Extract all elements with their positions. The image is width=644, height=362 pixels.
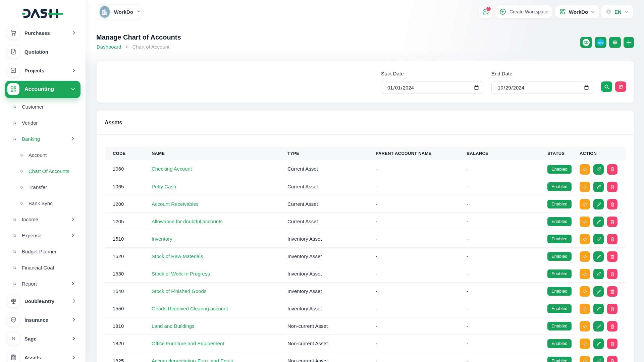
svg-text:xero: xero	[598, 41, 603, 44]
svg-text:S: S	[12, 336, 15, 341]
